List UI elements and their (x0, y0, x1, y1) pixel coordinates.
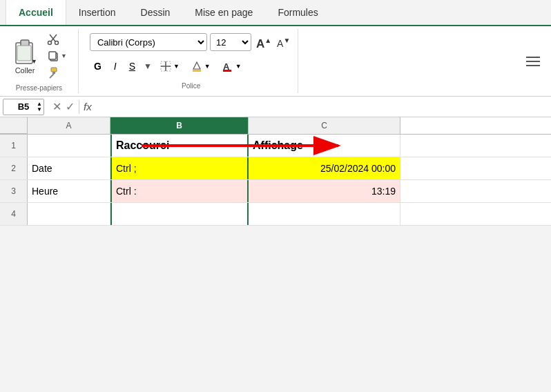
font-color-button[interactable]: A ▼ (218, 59, 245, 74)
font-name-row: Calibri (Corps) 12 A▲ A▼ (90, 32, 292, 53)
table-row: 1 Raccourci Affichage (0, 135, 551, 157)
cell-a4[interactable] (28, 203, 110, 225)
spreadsheet: A B C 1 Raccourci Affichage 2 Date Ctrl … (0, 117, 551, 226)
svg-rect-15 (193, 70, 201, 72)
italic-button[interactable]: I (110, 57, 121, 75)
paste-dropdown-arrow: ▼ (31, 58, 37, 65)
svg-point-6 (55, 41, 59, 45)
borders-icon (160, 60, 172, 72)
cell-a1[interactable] (28, 135, 110, 157)
copy-button[interactable]: ▼ (44, 48, 70, 63)
svg-rect-2 (17, 46, 31, 61)
ribbon-menu-button[interactable] (521, 29, 545, 93)
svg-point-5 (48, 41, 52, 45)
cell-b3[interactable]: Ctrl : (110, 180, 249, 202)
borders-dropdown: ▼ (173, 63, 180, 70)
svg-rect-9 (51, 68, 57, 72)
menu-line-1 (526, 57, 540, 58)
decrease-font-size-button[interactable]: A▼ (275, 32, 292, 53)
scissors-icon (47, 33, 59, 46)
corner-cell (0, 117, 28, 134)
cell-b1[interactable]: Raccourci (110, 135, 249, 157)
tab-accueil[interactable]: Accueil (6, 0, 66, 25)
col-header-a[interactable]: A (28, 117, 110, 134)
fill-color-button[interactable]: ▼ (187, 59, 214, 74)
cell-reference-box[interactable]: B5 ▲▼ (3, 99, 44, 115)
cancel-formula-icon[interactable]: ✕ (52, 100, 61, 113)
cell-a3[interactable]: Heure (28, 180, 110, 202)
clipboard-label: Presse-papiers (16, 84, 62, 92)
row-number-4: 4 (0, 203, 28, 225)
format-row: G I S ▼ ▼ ▼ (90, 57, 292, 75)
formula-bar-divider (79, 100, 79, 114)
paste-label: Coller (15, 66, 35, 75)
cell-b2[interactable]: Ctrl ; (110, 157, 249, 179)
font-group: Calibri (Corps) 12 A▲ A▼ G I S ▼ ▼ (84, 29, 298, 93)
cell-c1[interactable]: Affichage (249, 135, 400, 157)
row-number-1: 1 (0, 135, 28, 157)
row-number-3: 3 (0, 180, 28, 202)
row-number-2: 2 (0, 157, 28, 179)
paste-button[interactable]: ▼ Coller (8, 35, 41, 77)
cell-c3[interactable]: 13:19 (249, 180, 400, 202)
table-row: 4 (0, 203, 551, 226)
tab-mise-en-page[interactable]: Mise en page (182, 0, 265, 25)
tab-dessin[interactable]: Dessin (128, 0, 183, 25)
table-row: 2 Date Ctrl ; 25/02/2024 00:00 (0, 157, 551, 180)
font-color-icon: A (222, 60, 234, 72)
bold-button[interactable]: G (90, 57, 106, 75)
tab-formules[interactable]: Formules (265, 0, 330, 25)
confirm-formula-icon[interactable]: ✓ (66, 100, 75, 113)
font-group-label: Police (90, 82, 292, 90)
affichage-header: Affichage (253, 139, 303, 152)
cell-c4[interactable] (249, 203, 400, 225)
clipboard-content: ▼ Coller (8, 32, 70, 80)
font-size-buttons: A▲ A▼ (254, 32, 292, 53)
menu-line-2 (526, 61, 540, 62)
font-color-dropdown: ▼ (235, 63, 242, 70)
col-header-b[interactable]: B (110, 117, 249, 134)
increase-font-size-button[interactable]: A▲ (254, 32, 273, 53)
column-headers: A B C (0, 117, 551, 135)
cell-c2[interactable]: 25/02/2024 00:00 (249, 157, 400, 179)
underline-button[interactable]: S (125, 57, 139, 75)
ribbon-toolbar: ▼ Coller (0, 26, 551, 97)
svg-rect-17 (223, 70, 231, 72)
font-name-select[interactable]: Calibri (Corps) (90, 33, 207, 51)
fx-label: fx (84, 101, 92, 112)
clipboard-group: ▼ Coller (6, 29, 79, 93)
clipboard-small-buttons: ▼ (44, 32, 70, 80)
paint-brush-icon (47, 66, 59, 79)
cut-button[interactable] (44, 32, 70, 47)
borders-button[interactable]: ▼ (156, 59, 183, 74)
svg-rect-8 (49, 52, 56, 59)
tab-insertion[interactable]: Insertion (66, 0, 128, 25)
paste-icon: ▼ (12, 37, 37, 65)
format-painter-button[interactable] (44, 65, 70, 80)
cell-b4[interactable] (110, 203, 249, 225)
svg-rect-10 (52, 72, 55, 74)
svg-line-11 (50, 74, 54, 78)
raccourci-header: Raccourci (116, 139, 169, 152)
copy-icon (47, 50, 59, 62)
formula-bar: B5 ▲▼ ✕ ✓ fx (0, 97, 551, 117)
formula-input[interactable] (100, 101, 548, 112)
ribbon-tabs: Accueil Insertion Dessin Mise en page Fo… (0, 0, 551, 26)
underline-dropdown[interactable]: ▼ (144, 61, 152, 71)
sheet-grid: 1 Raccourci Affichage 2 Date Ctrl ; 25/0… (0, 135, 551, 226)
font-size-select[interactable]: 12 (210, 33, 251, 51)
fill-dropdown: ▼ (204, 63, 211, 70)
cell-a2[interactable]: Date (28, 157, 110, 179)
table-row: 3 Heure Ctrl : 13:19 (0, 180, 551, 203)
cell-ref-value: B5 (18, 101, 30, 112)
copy-dropdown: ▼ (61, 52, 67, 59)
cell-ref-arrows: ▲▼ (37, 101, 42, 112)
col-header-c[interactable]: C (249, 117, 400, 134)
fill-color-icon (191, 60, 203, 72)
formula-bar-icons: ✕ ✓ fx (47, 100, 97, 114)
menu-line-3 (526, 65, 540, 66)
